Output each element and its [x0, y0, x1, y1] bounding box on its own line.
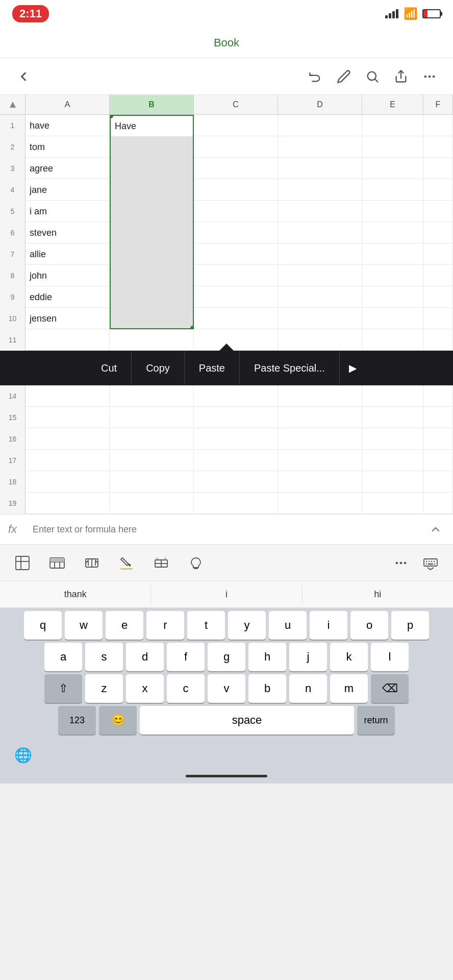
key-i[interactable]: i [310, 611, 347, 640]
cell-c4[interactable] [194, 179, 278, 201]
col-header-c[interactable]: C [194, 95, 278, 114]
cell-a17[interactable] [26, 450, 110, 471]
cell-f6[interactable] [423, 222, 453, 243]
cell-f14[interactable] [423, 385, 453, 407]
share-button[interactable] [388, 63, 414, 90]
cell-d15[interactable] [278, 407, 362, 428]
key-q[interactable]: q [24, 611, 62, 640]
cell-e5[interactable] [362, 201, 423, 222]
cell-f7[interactable] [423, 243, 453, 265]
delete-key[interactable]: ⌫ [371, 674, 409, 703]
cell-f19[interactable] [423, 493, 453, 514]
cell-e17[interactable] [362, 450, 423, 471]
cell-d14[interactable] [278, 385, 362, 407]
cell-d7[interactable] [278, 243, 362, 265]
cell-d18[interactable] [278, 471, 362, 493]
key-s[interactable]: s [85, 643, 123, 671]
cell-e4[interactable] [362, 179, 423, 201]
cell-a16[interactable] [26, 428, 110, 450]
cell-b5[interactable] [110, 201, 194, 222]
cell-f4[interactable] [423, 179, 453, 201]
cell-d2[interactable] [278, 136, 362, 158]
cell-c10[interactable] [194, 308, 278, 329]
cell-e6[interactable] [362, 222, 423, 243]
cell-c2[interactable] [194, 136, 278, 158]
space-key[interactable]: space [140, 706, 354, 734]
cell-d6[interactable] [278, 222, 362, 243]
col-header-e[interactable]: E [362, 95, 423, 114]
more-actions-button[interactable]: ▶ [340, 362, 366, 374]
cell-e11[interactable] [362, 329, 423, 351]
cell-a2[interactable]: tom [26, 136, 110, 158]
key-h[interactable]: h [248, 643, 286, 671]
cell-e16[interactable] [362, 428, 423, 450]
key-g[interactable]: g [208, 643, 245, 671]
cell-b3[interactable] [110, 158, 194, 179]
cell-d11[interactable] [278, 329, 362, 351]
key-e[interactable]: e [106, 611, 143, 640]
key-l[interactable]: l [371, 643, 409, 671]
formula-input[interactable] [33, 524, 420, 535]
key-w[interactable]: w [65, 611, 103, 640]
resize-button[interactable] [80, 551, 104, 575]
cell-a7[interactable]: allie [26, 243, 110, 265]
border-button[interactable] [149, 551, 173, 575]
cell-d3[interactable] [278, 158, 362, 179]
cell-e7[interactable] [362, 243, 423, 265]
cell-a1[interactable]: have [26, 115, 110, 136]
undo-button[interactable] [302, 63, 329, 90]
key-d[interactable]: d [126, 643, 164, 671]
key-f[interactable]: f [167, 643, 205, 671]
cell-c19[interactable] [194, 493, 278, 514]
key-p[interactable]: p [391, 611, 429, 640]
cell-e19[interactable] [362, 493, 423, 514]
key-y[interactable]: y [228, 611, 266, 640]
key-u[interactable]: u [269, 611, 307, 640]
cell-e15[interactable] [362, 407, 423, 428]
cell-c17[interactable] [194, 450, 278, 471]
cell-e9[interactable] [362, 286, 423, 308]
cell-b9[interactable] [110, 286, 194, 308]
cell-d17[interactable] [278, 450, 362, 471]
cell-a5[interactable]: i am [26, 201, 110, 222]
copy-button[interactable]: Copy [132, 351, 185, 385]
cell-b6[interactable] [110, 222, 194, 243]
cell-a14[interactable] [26, 385, 110, 407]
cell-d4[interactable] [278, 179, 362, 201]
key-c[interactable]: c [167, 674, 205, 703]
return-key[interactable]: return [357, 706, 395, 734]
cell-b2[interactable] [110, 136, 194, 158]
autocomplete-item-hi[interactable]: hi [303, 581, 453, 608]
table-button[interactable] [45, 551, 69, 575]
cell-d1[interactable] [278, 115, 362, 136]
cell-f15[interactable] [423, 407, 453, 428]
back-button[interactable] [10, 63, 37, 90]
cell-e18[interactable] [362, 471, 423, 493]
globe-key[interactable]: 🌐 [10, 743, 36, 768]
cell-b1[interactable]: Have [110, 115, 194, 136]
key-m[interactable]: m [330, 674, 368, 703]
search-button[interactable] [359, 63, 386, 90]
more-button[interactable] [416, 63, 443, 90]
cell-a11[interactable] [26, 329, 110, 351]
cell-a6[interactable]: steven [26, 222, 110, 243]
cell-f9[interactable] [423, 286, 453, 308]
col-header-f[interactable]: F [423, 95, 453, 114]
cell-e10[interactable] [362, 308, 423, 329]
cell-d16[interactable] [278, 428, 362, 450]
cell-c3[interactable] [194, 158, 278, 179]
cell-c7[interactable] [194, 243, 278, 265]
key-z[interactable]: z [85, 674, 123, 703]
cell-c16[interactable] [194, 428, 278, 450]
cell-c15[interactable] [194, 407, 278, 428]
draw-button[interactable] [331, 63, 357, 90]
cell-c8[interactable] [194, 265, 278, 286]
cell-a3[interactable]: agree [26, 158, 110, 179]
key-b[interactable]: b [248, 674, 286, 703]
cell-b4[interactable] [110, 179, 194, 201]
paste-special-button[interactable]: Paste Special... [240, 351, 340, 385]
cell-a18[interactable] [26, 471, 110, 493]
formula-expand-button[interactable] [426, 520, 445, 538]
cell-b15[interactable] [110, 407, 194, 428]
cell-d5[interactable] [278, 201, 362, 222]
